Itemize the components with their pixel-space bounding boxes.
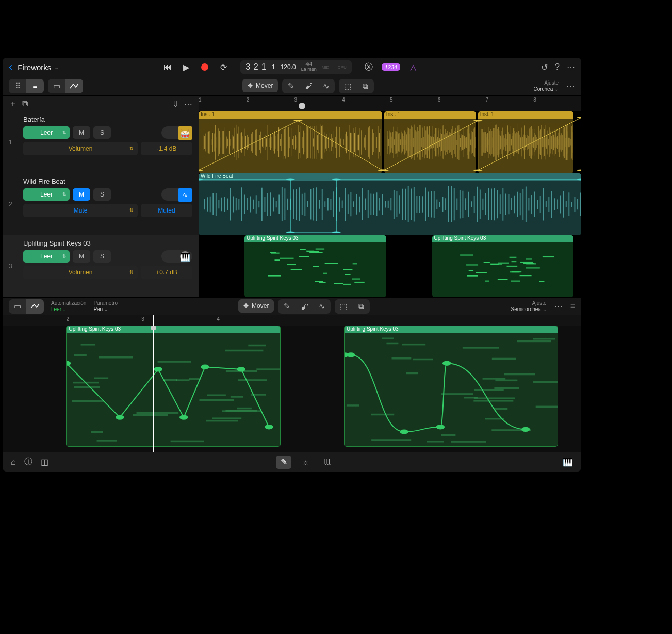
metronome-button[interactable]: △: [407, 61, 419, 73]
detail-pencil-tool[interactable]: ✎: [278, 299, 296, 314]
arrange-area[interactable]: 123456789 Inst. 1Inst. 1Inst. 1Wild Fire…: [199, 96, 581, 297]
automation-param-select[interactable]: Volumen⇅: [23, 142, 138, 155]
detail-region-view-button[interactable]: ▭: [9, 299, 26, 314]
bar-label: 4: [217, 316, 220, 322]
automation-mode-select[interactable]: Leer⇅: [23, 250, 70, 263]
count-in-button[interactable]: 1234: [382, 63, 400, 71]
track-instrument-icon[interactable]: 🎹: [178, 250, 192, 264]
record-button[interactable]: [199, 61, 210, 73]
detail-marquee-tool[interactable]: ⬚: [335, 299, 352, 314]
region[interactable]: Inst. 1: [384, 111, 476, 173]
automation-value[interactable]: +0.7 dB: [141, 266, 192, 279]
region[interactable]: Inst. 1: [199, 111, 382, 173]
edit-tool-button[interactable]: ✎: [276, 456, 291, 469]
playhead[interactable]: [302, 103, 302, 297]
automation-view-button[interactable]: [65, 79, 83, 93]
detail-region[interactable]: Uplifting Spirit Keys 03: [344, 326, 558, 447]
track-instrument-icon[interactable]: 🥁: [178, 126, 192, 140]
automation-mode-select[interactable]: Leer⇅: [23, 188, 70, 201]
info-icon[interactable]: ⓘ: [24, 457, 32, 467]
region[interactable]: Wild Fire Beat: [199, 173, 581, 235]
detail-playhead[interactable]: [153, 315, 154, 452]
svg-rect-62: [498, 263, 509, 264]
track-row[interactable]: 3 Uplifting Spirit Keys 03 Leer⇅ M S 🎹 V…: [3, 235, 199, 297]
svg-rect-22: [315, 281, 323, 282]
detail-move-tool[interactable]: ✥ Mover: [238, 299, 274, 313]
solo-button[interactable]: S: [93, 188, 111, 201]
svg-rect-48: [460, 255, 473, 256]
detail-handle-icon[interactable]: ≡: [570, 302, 575, 311]
snap-top[interactable]: Ajuste Corchea ⌄: [533, 80, 559, 92]
duplicate-track-button[interactable]: ⧉: [22, 99, 28, 108]
mixer-icon[interactable]: 𝗅𝗅𝗅: [319, 456, 335, 469]
track-import-button[interactable]: ⇩: [172, 99, 179, 109]
track-instrument-icon[interactable]: ∿: [178, 188, 192, 202]
region-view-button[interactable]: ▭: [48, 79, 65, 93]
region-label: Inst. 1: [384, 111, 476, 119]
track-row[interactable]: 1 Batería Leer⇅ M S 🥁 Volumen⇅ -1.4 dB: [3, 111, 199, 173]
detail-automation-info[interactable]: Automatización Leer ⌄: [51, 300, 86, 313]
track-lane[interactable]: Inst. 1Inst. 1Inst. 1: [199, 111, 581, 173]
pencil-tool[interactable]: ✎: [282, 79, 300, 93]
detail-brush-tool[interactable]: 🖌: [296, 299, 313, 314]
ruler-bottom[interactable]: 234: [3, 315, 581, 326]
curve-tool[interactable]: ∿: [317, 79, 335, 93]
detail-curve-tool[interactable]: ∿: [313, 299, 331, 314]
detail-more-icon[interactable]: ⋯: [554, 301, 563, 312]
back-button[interactable]: ‹: [9, 60, 12, 74]
lcd-display[interactable]: 3 2 1 1 120.0 4/4La men MIDI·CPU: [240, 60, 351, 74]
detail-body[interactable]: 234 Uplifting Spirit Keys 03Uplifting Sp…: [3, 315, 581, 452]
grid-view-button[interactable]: ⠿: [9, 79, 26, 93]
region[interactable]: Uplifting Spirit Keys 03: [432, 235, 574, 297]
track-lane[interactable]: Wild Fire Beat: [199, 173, 581, 235]
ruler-top[interactable]: 123456789: [199, 96, 581, 111]
solo-button[interactable]: S: [93, 126, 111, 139]
brush-tool[interactable]: 🖌: [300, 79, 317, 93]
svg-point-135: [442, 361, 451, 366]
detail-automation-view-button[interactable]: [26, 299, 44, 314]
detail-copy-tool[interactable]: ⧉: [352, 299, 370, 314]
automation-param-select[interactable]: Volumen⇅: [23, 266, 138, 279]
automation-param-select[interactable]: Mute⇅: [23, 204, 138, 217]
mute-button[interactable]: M: [73, 188, 90, 201]
panels-icon[interactable]: ◫: [41, 457, 48, 467]
region[interactable]: Inst. 1: [478, 111, 574, 173]
svg-rect-29: [316, 249, 324, 250]
play-button[interactable]: ▶: [181, 61, 192, 73]
region-label: Inst. 1: [478, 111, 574, 119]
bar-label: 8: [533, 97, 536, 103]
cycle-button[interactable]: ⟳: [218, 61, 229, 73]
copy-tool[interactable]: ⧉: [356, 79, 374, 93]
detail-region[interactable]: Uplifting Spirit Keys 03: [66, 326, 280, 447]
automation-mode-select[interactable]: Leer⇅: [23, 126, 70, 139]
solo-button[interactable]: S: [93, 250, 111, 263]
tuner-button[interactable]: ⓧ: [363, 61, 374, 73]
mute-button[interactable]: M: [73, 250, 90, 263]
help-icon[interactable]: ?: [555, 62, 560, 72]
svg-point-100: [265, 425, 274, 429]
track-lane[interactable]: Uplifting Spirit Keys 03Uplifting Spirit…: [199, 235, 581, 297]
inbox-icon[interactable]: ⌂: [11, 458, 16, 467]
rewind-button[interactable]: ⏮: [162, 61, 173, 73]
automation-value[interactable]: -1.4 dB: [141, 142, 192, 155]
add-track-button[interactable]: ＋: [9, 99, 17, 109]
more-icon[interactable]: ⋯: [567, 62, 575, 72]
brightness-icon[interactable]: ☼: [298, 456, 313, 469]
toolrow-more-icon[interactable]: ⋯: [566, 80, 575, 92]
automation-value[interactable]: Muted: [141, 204, 192, 217]
move-tool[interactable]: ✥ Mover: [242, 79, 278, 92]
region[interactable]: Uplifting Spirit Keys 03: [244, 235, 386, 297]
marquee-tool[interactable]: ⬚: [339, 79, 356, 93]
keyboard-icon[interactable]: 🎹: [563, 458, 573, 466]
undo-icon[interactable]: ↺: [541, 62, 548, 72]
svg-rect-26: [319, 282, 325, 283]
project-title[interactable]: Fireworks ⌄: [18, 63, 59, 72]
list-view-button[interactable]: ≡: [26, 79, 44, 93]
snap-bottom[interactable]: Ajuste Semicorchea ⌄: [511, 300, 547, 313]
mute-button[interactable]: M: [73, 126, 90, 139]
svg-rect-23: [268, 275, 281, 277]
track-more-icon[interactable]: ⋯: [184, 99, 192, 109]
svg-rect-33: [343, 284, 351, 285]
detail-param-info[interactable]: Parámetro Pan ⌄: [93, 300, 118, 313]
track-row[interactable]: 2 Wild Fire Beat Leer⇅ M S ∿ Mute⇅ Muted: [3, 173, 199, 235]
